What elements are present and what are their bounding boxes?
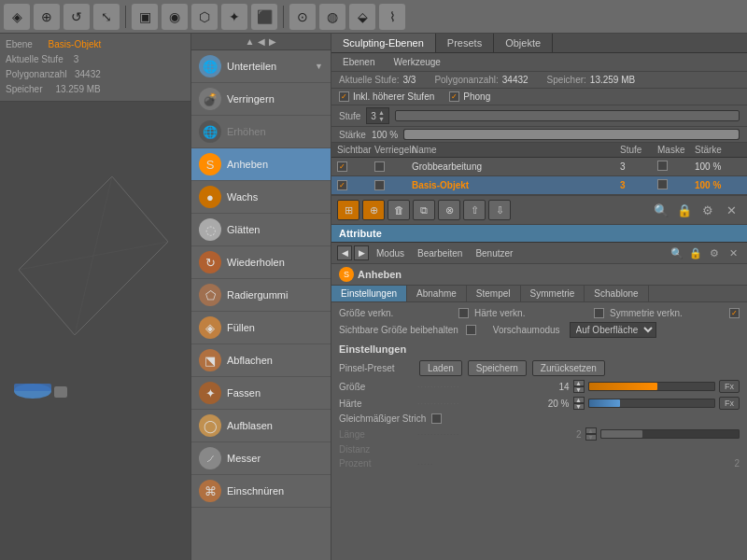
menu-item-anheben[interactable]: S Anheben bbox=[191, 148, 331, 181]
menu-item-unterteilen[interactable]: 🌐 Unterteilen ▼ bbox=[191, 50, 331, 83]
vorschau-select[interactable]: Auf Oberfläche bbox=[570, 322, 656, 338]
layer-search-icon[interactable]: 🔍 bbox=[651, 200, 671, 220]
lange-down[interactable]: ▼ bbox=[585, 434, 597, 441]
grosse-verkn-cb[interactable] bbox=[458, 308, 469, 318]
tool-sphere-icon[interactable]: ◉ bbox=[162, 4, 188, 30]
layer-movedn-btn[interactable]: ⇩ bbox=[488, 200, 511, 220]
menu-item-wiederholen[interactable]: ↻ Wiederholen bbox=[191, 246, 331, 279]
menu-item-messer[interactable]: ⟋ Messer bbox=[191, 442, 331, 475]
subtab-werkzeuge[interactable]: Werkzeuge bbox=[386, 55, 447, 69]
layer-add-btn[interactable]: ⊞ bbox=[337, 200, 359, 220]
vis-cb-1[interactable] bbox=[337, 161, 347, 172]
tool-rotate-icon[interactable]: ↺ bbox=[63, 4, 90, 30]
harte-down[interactable]: ▼ bbox=[573, 403, 585, 410]
grosse-slider[interactable] bbox=[588, 382, 716, 391]
tool-camera-icon[interactable]: ⬛ bbox=[251, 4, 277, 30]
menu-item-aufblasen[interactable]: ◯ Aufblasen bbox=[191, 410, 331, 442]
vis-cb-2[interactable] bbox=[337, 180, 347, 190]
tool-render-icon[interactable]: ⊙ bbox=[289, 4, 316, 30]
tool-deform-icon[interactable]: ⬙ bbox=[349, 4, 375, 30]
layer-lock-1[interactable] bbox=[374, 161, 412, 172]
subtab-symmetrie[interactable]: Symmetrie bbox=[521, 286, 585, 301]
layer-settings-icon[interactable]: ⚙ bbox=[698, 200, 718, 220]
scroll-left-btn[interactable]: ◀ bbox=[258, 36, 265, 47]
lock-cb-2[interactable] bbox=[374, 180, 385, 190]
tool-material-icon[interactable]: ◍ bbox=[319, 4, 345, 30]
tool-spline-icon[interactable]: ⌇ bbox=[379, 4, 405, 30]
subtab-ebenen[interactable]: Ebenen bbox=[335, 55, 382, 69]
layer-lock-icon[interactable]: 🔒 bbox=[674, 200, 695, 220]
attr-settings-icon[interactable]: ⚙ bbox=[706, 245, 723, 261]
subtab-schablone[interactable]: Schablone bbox=[585, 286, 648, 301]
layer-merge-btn[interactable]: ⊗ bbox=[438, 200, 460, 220]
gleichmassiger-cb[interactable] bbox=[431, 413, 442, 424]
harte-verkn-cb[interactable] bbox=[594, 308, 604, 318]
scroll-right-btn[interactable]: ▶ bbox=[269, 36, 276, 47]
tool-select-icon[interactable]: ◈ bbox=[4, 4, 30, 30]
layer-moveup-btn[interactable]: ⇧ bbox=[463, 200, 486, 220]
tool-cube-icon[interactable]: ▣ bbox=[132, 4, 158, 30]
menu-item-fullen[interactable]: ◈ Füllen bbox=[191, 312, 331, 344]
stufe-slider[interactable] bbox=[395, 110, 740, 121]
attr-close-icon[interactable]: ✕ bbox=[725, 245, 741, 261]
attr-benutzer[interactable]: Benutzer bbox=[470, 248, 518, 259]
stufe-input-group[interactable]: 3 ▲ ▼ bbox=[366, 107, 389, 124]
tab-presets[interactable]: Presets bbox=[436, 34, 494, 52]
subtab-abnahme[interactable]: Abnahme bbox=[407, 286, 467, 301]
menu-item-einschnuren[interactable]: ⌘ Einschnüren bbox=[191, 475, 331, 508]
grosse-up[interactable]: ▲ bbox=[573, 380, 585, 386]
lange-slider[interactable] bbox=[600, 429, 740, 439]
scroll-up-btn[interactable]: ▲ bbox=[246, 36, 255, 47]
harte-slider[interactable] bbox=[588, 399, 716, 408]
lock-cb-1[interactable] bbox=[374, 161, 385, 172]
stufe-up-btn[interactable]: ▲ bbox=[378, 109, 385, 116]
tab-objekte[interactable]: Objekte bbox=[494, 34, 553, 52]
mask-cb-2[interactable] bbox=[657, 179, 668, 189]
menu-item-wachs[interactable]: ● Wachs bbox=[191, 181, 331, 214]
layer-vis-1[interactable] bbox=[337, 161, 374, 172]
zurucksetzen-btn[interactable]: Zurücksetzen bbox=[532, 360, 605, 376]
menu-item-fassen[interactable]: ✦ Fassen bbox=[191, 377, 331, 410]
layer-add2-btn[interactable]: ⊕ bbox=[362, 200, 385, 220]
layer-lock-2[interactable] bbox=[374, 180, 412, 190]
starke-slider[interactable] bbox=[403, 129, 740, 140]
attr-nav-right[interactable]: ▶ bbox=[354, 245, 369, 260]
inkl-checkbox[interactable] bbox=[339, 91, 349, 102]
menu-item-radiergummi[interactable]: ⬠ Radiergummi bbox=[191, 279, 331, 312]
grosse-fx-btn[interactable]: Fx bbox=[719, 380, 740, 393]
tool-cylinder-icon[interactable]: ⬡ bbox=[191, 4, 218, 30]
attr-lock-icon[interactable]: 🔒 bbox=[687, 245, 704, 261]
tool-light-icon[interactable]: ✦ bbox=[221, 4, 247, 30]
harte-fx-btn[interactable]: Fx bbox=[719, 397, 740, 410]
attr-bearbeiten[interactable]: Bearbeiten bbox=[412, 248, 468, 259]
attr-nav-left[interactable]: ◀ bbox=[337, 245, 352, 260]
tool-move-icon[interactable]: ⊕ bbox=[34, 4, 60, 30]
mask-cb-1[interactable] bbox=[657, 161, 668, 171]
layer-vis-2[interactable] bbox=[337, 180, 374, 190]
unterteilen-expand[interactable]: ▼ bbox=[315, 62, 323, 71]
lange-up[interactable]: ▲ bbox=[585, 427, 597, 434]
subtab-stempel[interactable]: Stempel bbox=[467, 286, 521, 301]
sichtbare-cb[interactable] bbox=[466, 325, 476, 335]
menu-item-glatten[interactable]: ◌ Glätten bbox=[191, 214, 331, 246]
subtab-einstellungen[interactable]: Einstellungen bbox=[331, 286, 407, 301]
layer-mask-2[interactable] bbox=[657, 179, 695, 191]
tab-sculpting-ebenen[interactable]: Sculpting-Ebenen bbox=[331, 34, 436, 52]
attr-search-icon[interactable]: 🔍 bbox=[669, 245, 685, 261]
speichern-btn[interactable]: Speichern bbox=[468, 360, 527, 376]
layer-mask-1[interactable] bbox=[657, 161, 695, 173]
menu-item-abflachen[interactable]: ⬔ Abflachen bbox=[191, 344, 331, 377]
grosse-down[interactable]: ▼ bbox=[573, 386, 585, 393]
phong-checkbox[interactable] bbox=[449, 91, 459, 102]
attr-modus[interactable]: Modus bbox=[371, 248, 410, 259]
laden-btn[interactable]: Laden bbox=[419, 360, 462, 376]
left-viewport[interactable] bbox=[0, 102, 190, 560]
menu-item-verringern[interactable]: 💣 Verringern bbox=[191, 83, 331, 116]
tool-scale-icon[interactable]: ⤡ bbox=[93, 4, 120, 30]
harte-up[interactable]: ▲ bbox=[573, 397, 585, 403]
layer-close-icon[interactable]: ✕ bbox=[721, 200, 741, 220]
stufe-down-btn[interactable]: ▼ bbox=[378, 116, 385, 122]
layer-delete-btn[interactable]: 🗑 bbox=[388, 200, 410, 220]
symmetrie-verkn-cb[interactable] bbox=[729, 308, 740, 318]
layer-copy-btn[interactable]: ⧉ bbox=[413, 200, 435, 220]
